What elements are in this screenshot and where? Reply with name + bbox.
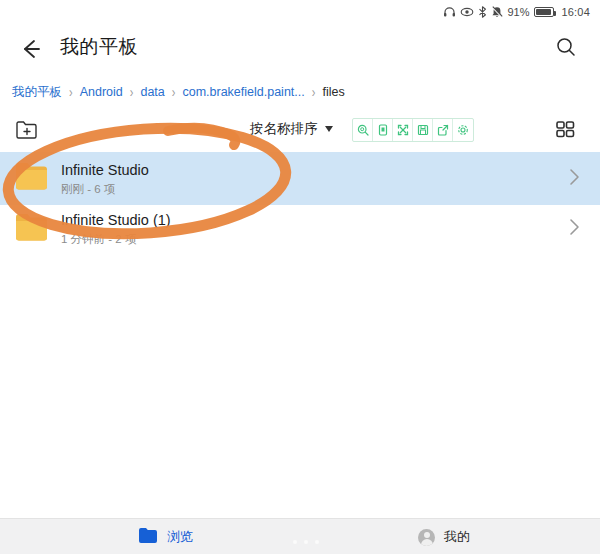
nav-mine[interactable]: 我的 bbox=[418, 519, 470, 554]
header: 我的平板 bbox=[0, 24, 600, 72]
file-meta: 1 分钟前 - 2 项 bbox=[61, 231, 568, 247]
nav-browse-label: 浏览 bbox=[167, 528, 193, 546]
file-row-text: Infinite Studio 刚刚 - 6 项 bbox=[61, 161, 568, 197]
eye-comfort-icon bbox=[460, 6, 474, 18]
caret-down-icon bbox=[325, 126, 333, 132]
device-icon[interactable] bbox=[373, 119, 393, 141]
back-button[interactable] bbox=[18, 36, 44, 62]
breadcrumb-separator: › bbox=[172, 84, 176, 100]
home-indicator-dots bbox=[293, 540, 319, 544]
file-manager-screen: 91% 16:04 我的平板 我的平板 › Android › data › c… bbox=[0, 0, 600, 554]
headset-icon bbox=[443, 6, 456, 18]
breadcrumb-separator: › bbox=[312, 84, 316, 100]
bottom-nav: 浏览 我的 bbox=[0, 518, 600, 554]
file-row-text: Infinite Studio (1) 1 分钟前 - 2 项 bbox=[61, 211, 568, 247]
file-name: Infinite Studio bbox=[61, 161, 568, 180]
file-meta: 刚刚 - 6 项 bbox=[61, 181, 568, 197]
nav-browse[interactable]: 浏览 bbox=[138, 519, 193, 554]
folder-icon bbox=[14, 161, 49, 196]
chevron-right-icon[interactable] bbox=[568, 168, 580, 190]
breadcrumb-item-package[interactable]: com.brakefield.paint... bbox=[182, 85, 304, 99]
file-row-infinite-studio[interactable]: Infinite Studio 刚刚 - 6 项 bbox=[0, 152, 600, 205]
battery-percent: 91% bbox=[507, 6, 529, 18]
breadcrumb-item-root[interactable]: 我的平板 bbox=[12, 84, 62, 101]
fullscreen-icon[interactable] bbox=[393, 119, 413, 141]
status-time: 16:04 bbox=[561, 6, 590, 18]
notifications-off-icon bbox=[491, 6, 503, 18]
battery-icon bbox=[534, 7, 554, 17]
nav-mine-label: 我的 bbox=[444, 528, 470, 546]
breadcrumb-item-files: files bbox=[322, 85, 344, 99]
settings-icon[interactable] bbox=[453, 119, 473, 141]
new-folder-icon[interactable] bbox=[14, 118, 40, 142]
save-icon[interactable] bbox=[413, 119, 433, 141]
sort-label: 按名称排序 bbox=[250, 120, 318, 138]
breadcrumb: 我的平板 › Android › data › com.brakefield.p… bbox=[12, 82, 588, 102]
folder-icon bbox=[14, 212, 49, 247]
file-row-infinite-studio-1[interactable]: Infinite Studio (1) 1 分钟前 - 2 项 bbox=[0, 205, 600, 253]
status-bar: 91% 16:04 bbox=[0, 0, 600, 24]
toolbar: 按名称排序 bbox=[0, 110, 600, 152]
breadcrumb-separator: › bbox=[130, 84, 134, 100]
page-title: 我的平板 bbox=[60, 34, 138, 60]
breadcrumb-item-android[interactable]: Android bbox=[80, 85, 123, 99]
grid-view-icon[interactable] bbox=[554, 118, 576, 140]
sort-button[interactable]: 按名称排序 bbox=[250, 120, 333, 138]
magnifier-icon[interactable] bbox=[353, 119, 373, 141]
avatar-icon bbox=[418, 529, 435, 546]
file-name: Infinite Studio (1) bbox=[61, 211, 568, 230]
chevron-right-icon[interactable] bbox=[568, 218, 580, 240]
breadcrumb-item-data[interactable]: data bbox=[140, 85, 164, 99]
breadcrumb-separator: › bbox=[69, 84, 73, 100]
bluetooth-icon bbox=[478, 6, 487, 18]
search-icon[interactable] bbox=[554, 35, 578, 59]
browse-folder-icon bbox=[138, 527, 158, 548]
floating-toolbar bbox=[352, 118, 474, 142]
share-icon[interactable] bbox=[433, 119, 453, 141]
